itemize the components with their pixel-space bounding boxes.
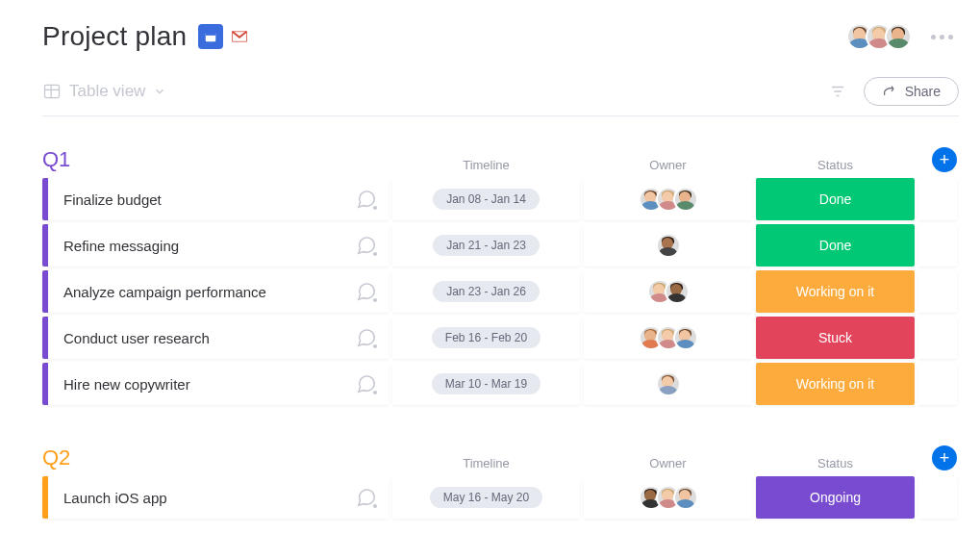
column-header-owner: Owner — [584, 158, 752, 172]
share-button[interactable]: Share — [864, 77, 959, 106]
add-column-button[interactable]: + — [932, 445, 957, 470]
trailing-cell — [918, 476, 957, 519]
group-title[interactable]: Q1 — [42, 147, 389, 172]
integration-chips — [196, 22, 254, 51]
share-label: Share — [905, 84, 941, 99]
avatar — [665, 279, 690, 304]
status-cell[interactable]: Done — [756, 178, 915, 220]
table-row: Refine messagingJan 21 - Jan 23Done — [42, 224, 959, 267]
task-name: Conduct user research — [48, 330, 210, 346]
timeline-value: Jan 21 - Jan 23 — [433, 235, 540, 256]
task-name: Launch iOS app — [48, 490, 167, 506]
column-header-timeline: Timeline — [392, 158, 580, 172]
trailing-cell — [918, 317, 957, 359]
owner-cell[interactable] — [584, 476, 752, 519]
timeline-cell[interactable]: Jan 23 - Jan 26 — [392, 270, 580, 313]
task-name-cell[interactable]: Hire new copywriter — [42, 363, 389, 405]
table-row: Analyze campaign performanceJan 23 - Jan… — [42, 270, 959, 313]
timeline-cell[interactable]: Jan 21 - Jan 23 — [392, 224, 580, 267]
google-calendar-icon[interactable] — [198, 24, 223, 49]
owner-cell[interactable] — [584, 317, 752, 359]
timeline-cell[interactable]: May 16 - May 20 — [392, 476, 580, 519]
page-title: Project plan — [42, 21, 187, 52]
task-name-cell[interactable]: Finalize budget — [42, 178, 389, 220]
header-avatars[interactable] — [846, 23, 912, 50]
status-cell[interactable]: Working on it — [756, 270, 915, 313]
view-switcher[interactable]: Table view — [42, 82, 166, 101]
table-row: Finalize budgetJan 08 - Jan 14Done — [42, 178, 959, 220]
chat-icon[interactable] — [356, 235, 377, 256]
chat-icon[interactable] — [356, 281, 377, 302]
task-name: Refine messaging — [48, 238, 179, 254]
timeline-cell[interactable]: Mar 10 - Mar 19 — [392, 363, 580, 405]
trailing-cell — [918, 178, 957, 220]
svg-rect-1 — [206, 33, 216, 36]
owner-cell[interactable] — [584, 178, 752, 220]
timeline-cell[interactable]: Jan 08 - Jan 14 — [392, 178, 580, 220]
status-cell[interactable]: Ongoing — [756, 476, 915, 519]
view-label: Table view — [69, 82, 145, 101]
task-name: Hire new copywriter — [48, 376, 190, 393]
column-header-status: Status — [756, 158, 915, 172]
avatar — [673, 325, 698, 350]
avatar — [656, 233, 681, 258]
column-header-owner: Owner — [584, 456, 752, 470]
timeline-value: Jan 08 - Jan 14 — [433, 189, 540, 210]
task-name: Analyze campaign performance — [48, 284, 266, 300]
chevron-down-icon — [153, 85, 166, 98]
status-cell[interactable]: Stuck — [756, 317, 915, 359]
group: Q2TimelineOwnerStatus+Launch iOS appMay … — [42, 445, 959, 519]
column-header-timeline: Timeline — [392, 456, 580, 470]
owner-cell[interactable] — [584, 363, 752, 405]
timeline-value: Jan 23 - Jan 26 — [433, 281, 540, 302]
group-title[interactable]: Q2 — [42, 445, 389, 470]
trailing-cell — [918, 224, 957, 267]
timeline-value: Feb 16 - Feb 20 — [432, 327, 540, 348]
table-row: Launch iOS appMay 16 - May 20Ongoing — [42, 476, 959, 519]
avatar — [656, 371, 681, 396]
avatar — [885, 23, 912, 50]
avatar — [673, 485, 698, 510]
trailing-cell — [918, 363, 957, 405]
table-row: Hire new copywriterMar 10 - Mar 19Workin… — [42, 363, 959, 405]
share-icon — [882, 84, 897, 99]
task-name-cell[interactable]: Conduct user research — [42, 317, 389, 359]
add-column-button[interactable]: + — [932, 147, 957, 172]
gmail-icon[interactable] — [227, 24, 252, 49]
column-header-status: Status — [756, 456, 915, 470]
filter-icon[interactable] — [829, 83, 846, 100]
avatar — [673, 187, 698, 212]
status-cell[interactable]: Done — [756, 224, 915, 267]
timeline-value: Mar 10 - Mar 19 — [432, 373, 540, 394]
chat-icon[interactable] — [356, 327, 377, 348]
table-icon — [42, 82, 62, 101]
chat-icon[interactable] — [356, 189, 377, 210]
svg-rect-2 — [45, 85, 60, 97]
task-name-cell[interactable]: Analyze campaign performance — [42, 270, 389, 313]
owner-cell[interactable] — [584, 270, 752, 313]
task-name-cell[interactable]: Refine messaging — [42, 224, 389, 267]
task-name-cell[interactable]: Launch iOS app — [42, 476, 389, 519]
group: Q1TimelineOwnerStatus+Finalize budgetJan… — [42, 147, 959, 405]
trailing-cell — [918, 270, 957, 313]
more-menu-icon[interactable] — [925, 29, 959, 45]
timeline-value: May 16 - May 20 — [430, 487, 542, 508]
status-cell[interactable]: Working on it — [756, 363, 915, 405]
chat-icon[interactable] — [356, 487, 377, 508]
table-row: Conduct user researchFeb 16 - Feb 20Stuc… — [42, 317, 959, 359]
chat-icon[interactable] — [356, 373, 377, 394]
timeline-cell[interactable]: Feb 16 - Feb 20 — [392, 317, 580, 359]
task-name: Finalize budget — [48, 191, 162, 208]
owner-cell[interactable] — [584, 224, 752, 267]
